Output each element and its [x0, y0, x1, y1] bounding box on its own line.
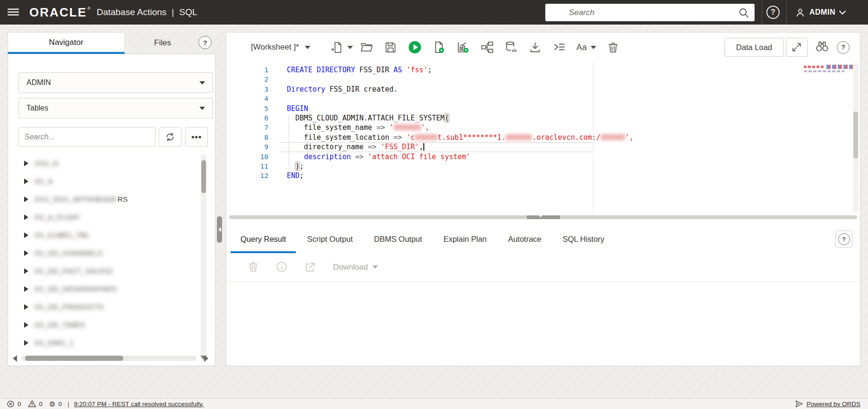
tree-item[interactable]: XXX_G	[8, 154, 197, 172]
worksheet-help-button[interactable]: ?	[837, 41, 850, 54]
tree-item-label: XX_CUBE1_TBL	[34, 231, 90, 239]
run-statement-button[interactable]	[408, 40, 422, 54]
expand-icon[interactable]	[24, 196, 28, 202]
tree-item-label: XXX_2021_WITHHEADE	[34, 195, 117, 204]
download-editor-button[interactable]	[528, 40, 542, 54]
minimap[interactable]	[804, 65, 857, 78]
new-worksheet-dropdown[interactable]	[347, 46, 353, 49]
schema-select-value: ADMIN	[26, 78, 51, 87]
sql-editor[interactable]: 1CREATE DIRECTORY FSS_DIR AS 'fss';23Dir…	[226, 62, 860, 214]
maximize-button[interactable]	[786, 38, 808, 57]
chevron-down-icon	[199, 81, 205, 85]
global-search-input[interactable]	[545, 4, 755, 21]
expand-icon[interactable]	[24, 232, 28, 238]
worksheet-selector[interactable]: [Worksheet ]*	[251, 43, 310, 52]
clear-results-button[interactable]	[246, 260, 260, 274]
font-size-label: Aa	[576, 43, 587, 52]
results-help-button[interactable]: ?	[835, 230, 852, 247]
expand-icon[interactable]	[24, 214, 28, 220]
splitter-handle[interactable]	[527, 215, 560, 219]
open-result-new-tab-button[interactable]	[303, 260, 317, 274]
tab-autotrace[interactable]: Autotrace	[498, 235, 551, 253]
tab-dbms-output[interactable]: DBMS Output	[364, 235, 432, 253]
expand-icon[interactable]	[24, 250, 28, 256]
scrollbar-thumb[interactable]	[201, 160, 206, 193]
svg-text:*: *	[331, 47, 334, 54]
tree-item[interactable]: XX_A	[8, 172, 197, 190]
editor-results-splitter[interactable]	[226, 214, 860, 221]
object-type-select[interactable]: Tables	[18, 98, 213, 119]
expand-icon[interactable]	[24, 340, 28, 346]
code-line: 6 DBMS_CLOUD_ADMIN.ATTACH_FILE_SYSTEM(	[226, 113, 860, 123]
find-button[interactable]	[815, 39, 829, 55]
scroll-left-arrow[interactable]	[13, 355, 17, 362]
tree-item[interactable]: XX_DD_TIMES	[8, 316, 197, 334]
clear-worksheet-button[interactable]	[606, 40, 620, 54]
save-button[interactable]	[384, 40, 398, 54]
tree-horizontal-scrollbar[interactable]	[21, 356, 196, 361]
tab-files[interactable]: Files	[125, 32, 200, 54]
warning-count-group[interactable]: 0	[28, 400, 43, 408]
chevron-down-icon	[199, 107, 205, 110]
search-icon[interactable]	[738, 7, 750, 21]
app-context: SQL	[179, 7, 197, 17]
refresh-button[interactable]	[159, 127, 181, 147]
tree-item[interactable]: XX_A_FLOAT	[8, 208, 197, 226]
tree-item[interactable]: XX_DD_GEOGRAPHIES	[8, 280, 197, 298]
help-button[interactable]: ?	[766, 6, 780, 19]
tree-item[interactable]: XX_DD_CHANNELS	[8, 244, 197, 262]
explain-plan-button[interactable]	[456, 40, 470, 54]
powered-by-link[interactable]: Powered by ORDS	[807, 400, 860, 408]
download-results-button[interactable]: Download	[333, 263, 378, 272]
tree-item[interactable]: XX_DIM1_1	[8, 334, 197, 352]
user-menu[interactable]: ADMIN	[795, 0, 846, 25]
expand-icon[interactable]	[24, 161, 28, 166]
scroll-right-arrow[interactable]	[204, 355, 208, 362]
oracle-logo: ORACLE	[29, 5, 87, 20]
tree-item[interactable]: XX_DD_PRODUCTS	[8, 298, 197, 316]
font-size-button[interactable]: Aa	[576, 40, 596, 54]
tree-item[interactable]: XXX_2021_WITHHEADERS	[8, 190, 197, 208]
format-button[interactable]	[552, 40, 567, 54]
powered-by-group[interactable]: Powered by ORDS	[795, 400, 860, 408]
tab-sql-history[interactable]: SQL History	[553, 235, 614, 253]
more-actions-button[interactable]: •••	[185, 127, 208, 147]
autotrace-button[interactable]	[480, 40, 494, 54]
new-worksheet-button[interactable]: *	[330, 40, 344, 54]
serveroutput-button[interactable]	[504, 40, 518, 54]
expand-icon[interactable]	[24, 322, 28, 328]
tree-item[interactable]: XX_CUBE1_TBL	[8, 226, 197, 244]
tree-item[interactable]: XX_DD_FACT_SALES2	[8, 262, 197, 280]
tree-vertical-scrollbar[interactable]	[201, 154, 206, 362]
scrollbar-thumb[interactable]	[25, 356, 123, 361]
expand-icon[interactable]	[24, 286, 28, 292]
editor-vertical-scrollbar[interactable]	[853, 63, 859, 212]
line-number: 6	[226, 113, 279, 123]
object-search-input[interactable]	[19, 128, 155, 146]
data-load-button[interactable]: Data Load	[724, 38, 784, 57]
status-message-link[interactable]: 9:20:07 PM - REST call resolved successf…	[74, 400, 204, 408]
warning-icon	[28, 400, 36, 408]
code-text: CREATE DIRECTORY FSS_DIR AS 'fss';	[287, 65, 432, 75]
tab-explain-plan[interactable]: Explain Plan	[433, 235, 497, 253]
hamburger-menu-icon[interactable]	[8, 7, 19, 17]
process-count-group[interactable]: ⚙ 0	[49, 400, 62, 408]
tab-query-result[interactable]: Query Result	[231, 235, 296, 253]
panel-splitter-handle[interactable]	[217, 216, 222, 243]
tab-script-output[interactable]: Script Output	[297, 235, 362, 253]
code-line: 5BEGIN	[226, 104, 860, 113]
result-info-button[interactable]	[275, 260, 289, 274]
tab-navigator[interactable]: Navigator	[8, 32, 125, 54]
open-file-button[interactable]	[360, 40, 374, 54]
navigator-help-button[interactable]: ?	[198, 36, 212, 49]
expand-icon[interactable]	[24, 179, 28, 184]
run-script-button[interactable]	[432, 40, 446, 54]
expand-icon[interactable]	[24, 304, 28, 310]
results-toolbar: Download	[226, 256, 860, 278]
error-count-group[interactable]: 0	[7, 400, 21, 408]
code-text: file_system_location => 'ct.sub1********…	[287, 133, 634, 142]
expand-icon[interactable]	[24, 268, 28, 274]
schema-select[interactable]: ADMIN	[18, 72, 213, 93]
chevron-down-icon	[305, 46, 310, 49]
scrollbar-thumb[interactable]	[853, 111, 858, 159]
